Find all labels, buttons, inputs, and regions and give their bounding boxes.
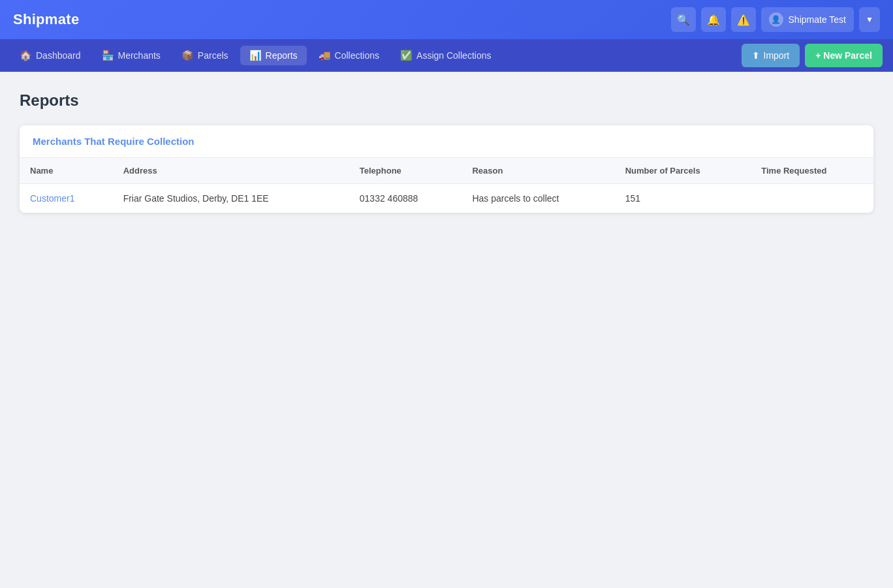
search-icon: 🔍	[677, 14, 690, 26]
user-menu-button[interactable]: 👤 Shipmate Test	[761, 7, 854, 32]
table-header-row: Name Address Telephone Reason Number of …	[20, 158, 873, 184]
app-logo: Shipmate	[13, 11, 79, 28]
user-name: Shipmate Test	[789, 14, 846, 25]
bell-icon: 🔔	[707, 14, 720, 26]
col-reason: Reason	[462, 158, 614, 184]
home-icon: 🏠	[20, 50, 32, 61]
nav-right: ⬆ Import + New Parcel	[742, 44, 883, 67]
customer-link[interactable]: Customer1	[30, 193, 74, 204]
col-number-of-parcels: Number of Parcels	[615, 158, 751, 184]
nav-label-collections: Collections	[335, 50, 379, 61]
nav-label-reports: Reports	[266, 50, 298, 61]
upload-icon: ⬆	[752, 50, 760, 61]
user-dropdown-button[interactable]: ▼	[859, 7, 880, 32]
new-parcel-label: + New Parcel	[815, 50, 872, 61]
user-avatar-icon: 👤	[769, 12, 783, 27]
main-content: Reports Merchants That Require Collectio…	[0, 72, 893, 232]
alert-button[interactable]: ⚠️	[731, 7, 756, 32]
nav-item-reports[interactable]: 📊 Reports	[240, 46, 307, 65]
notifications-button[interactable]: 🔔	[701, 7, 726, 32]
col-address: Address	[113, 158, 349, 184]
nav-item-parcels[interactable]: 📦 Parcels	[172, 46, 238, 65]
table-row: Customer1 Friar Gate Studios, Derby, DE1…	[20, 184, 873, 213]
cell-address: Friar Gate Studios, Derby, DE1 1EE	[113, 184, 349, 213]
reports-icon: 📊	[249, 50, 262, 61]
collections-icon: 🚚	[319, 50, 331, 61]
search-button[interactable]: 🔍	[671, 7, 696, 32]
card-title: Merchants That Require Collection	[33, 136, 195, 147]
nav-bar: 🏠 Dashboard 🏪 Merchants 📦 Parcels 📊 Repo…	[0, 39, 893, 72]
cell-reason: Has parcels to collect	[462, 184, 614, 213]
table-header: Name Address Telephone Reason Number of …	[20, 158, 873, 184]
reports-card: Merchants That Require Collection Name A…	[20, 125, 873, 213]
merchants-icon: 🏪	[102, 50, 114, 61]
nav-item-assign-collections[interactable]: ✅ Assign Collections	[391, 46, 500, 65]
chevron-down-icon: ▼	[866, 15, 873, 24]
nav-item-collections[interactable]: 🚚 Collections	[309, 46, 388, 65]
assign-collections-icon: ✅	[400, 50, 413, 61]
alert-icon: ⚠️	[737, 14, 750, 26]
cell-telephone: 01332 460888	[349, 184, 462, 213]
col-name: Name	[20, 158, 113, 184]
nav-item-dashboard[interactable]: 🏠 Dashboard	[10, 46, 90, 65]
page-title: Reports	[20, 91, 873, 110]
card-header: Merchants That Require Collection	[20, 125, 873, 158]
cell-name[interactable]: Customer1	[20, 184, 113, 213]
reports-table: Name Address Telephone Reason Number of …	[20, 158, 873, 213]
header-right: 🔍 🔔 ⚠️ 👤 Shipmate Test ▼	[671, 7, 880, 32]
cell-time-requested	[751, 184, 873, 213]
parcels-icon: 📦	[181, 50, 194, 61]
table-body: Customer1 Friar Gate Studios, Derby, DE1…	[20, 184, 873, 213]
new-parcel-button[interactable]: + New Parcel	[805, 44, 883, 67]
nav-label-assign-collections: Assign Collections	[416, 50, 491, 61]
col-telephone: Telephone	[349, 158, 462, 184]
nav-label-parcels: Parcels	[198, 50, 228, 61]
nav-item-merchants[interactable]: 🏪 Merchants	[93, 46, 170, 65]
col-time-requested: Time Requested	[751, 158, 873, 184]
nav-left: 🏠 Dashboard 🏪 Merchants 📦 Parcels 📊 Repo…	[10, 46, 500, 65]
import-button[interactable]: ⬆ Import	[742, 44, 800, 67]
nav-label-merchants: Merchants	[118, 50, 161, 61]
cell-number-of-parcels: 151	[615, 184, 751, 213]
nav-label-dashboard: Dashboard	[36, 50, 81, 61]
top-bar: Shipmate 🔍 🔔 ⚠️ 👤 Shipmate Test ▼	[0, 0, 893, 39]
